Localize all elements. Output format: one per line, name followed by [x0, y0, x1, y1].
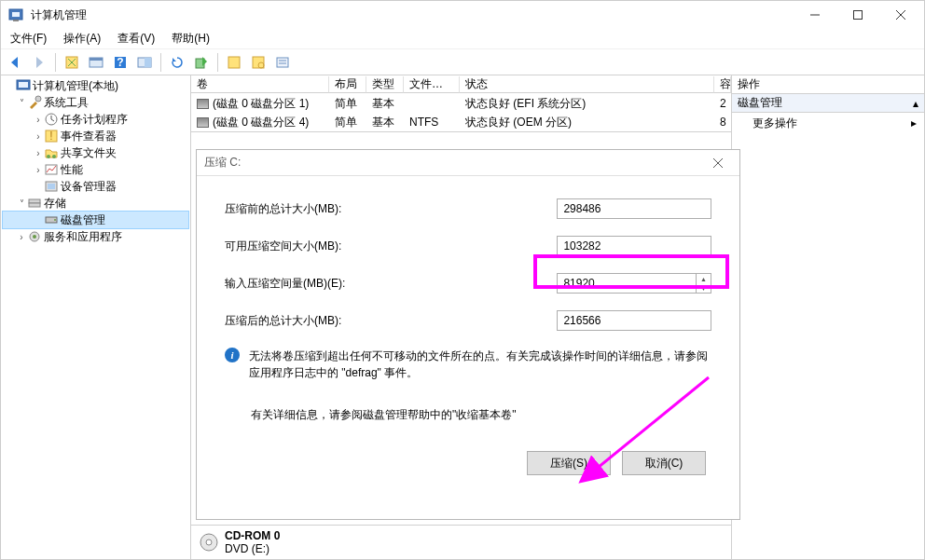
tool-icon-3[interactable]	[134, 52, 155, 73]
expander-icon[interactable]: ›	[33, 165, 44, 175]
grid-row[interactable]: (磁盘 0 磁盘分区 1) 简单 基本 状态良好 (EFI 系统分区) 2	[191, 94, 731, 113]
actions-more[interactable]: 更多操作 ▸	[732, 113, 924, 133]
shrink-dialog: 压缩 C: 压缩前的总计大小(MB): 298486 可用压缩空间大小(MB):…	[196, 149, 740, 520]
tree-device-manager[interactable]: 设备管理器	[3, 178, 188, 195]
tool-icon-4[interactable]	[191, 52, 212, 73]
tool-icon-1[interactable]	[62, 52, 82, 73]
tree-label: 存储	[44, 196, 66, 212]
close-button[interactable]	[879, 1, 922, 29]
svg-rect-31	[48, 184, 55, 189]
svg-point-23	[35, 96, 41, 102]
tree-system-tools[interactable]: ˅ 系统工具	[3, 94, 188, 111]
svg-point-39	[206, 540, 212, 545]
app-icon	[8, 7, 23, 22]
device-icon	[44, 179, 59, 194]
svg-text:!: !	[49, 130, 52, 143]
tree-performance[interactable]: › 性能	[3, 161, 188, 178]
toolbar: ?	[1, 49, 924, 75]
col-filesystem[interactable]: 文件系统	[404, 76, 460, 93]
tree-label: 设备管理器	[61, 179, 117, 195]
col-capacity[interactable]: 容	[714, 76, 731, 93]
col-layout[interactable]: 布局	[329, 76, 366, 93]
refresh-button[interactable]	[167, 52, 187, 73]
volume-icon	[197, 117, 209, 128]
actions-title: 操作	[732, 75, 924, 94]
tree-label: 计算机管理(本地)	[33, 78, 118, 94]
svg-point-27	[47, 155, 50, 158]
menu-action[interactable]: 操作(A)	[60, 29, 104, 48]
tree-event-viewer[interactable]: › ! 事件查看器	[3, 128, 188, 144]
menu-help[interactable]: 帮助(H)	[168, 29, 214, 48]
expander-icon[interactable]: ˅	[16, 198, 27, 209]
expander-icon[interactable]: ˅	[16, 98, 27, 108]
actions-more-label: 更多操作	[752, 116, 797, 131]
value-total-before: 298486	[563, 202, 601, 215]
maximize-button[interactable]	[836, 1, 879, 29]
spin-up-icon[interactable]: ▲	[697, 274, 711, 283]
disk-icon	[44, 212, 59, 227]
dialog-close-button[interactable]	[704, 153, 732, 173]
cancel-button[interactable]: 取消(C)	[622, 451, 706, 475]
services-icon	[27, 229, 42, 244]
field-shrink-amount[interactable]: 81920 ▲▼	[557, 273, 711, 294]
volume-icon	[197, 99, 209, 109]
spin-down-icon[interactable]: ▼	[697, 283, 711, 293]
tree-shared-folders[interactable]: › 共享文件夹	[3, 144, 188, 161]
grid-row[interactable]: (磁盘 0 磁盘分区 4) 简单 基本 NTFS 状态良好 (OEM 分区) 8	[191, 113, 731, 131]
expander-icon[interactable]: ›	[33, 148, 44, 158]
tool-icon-6[interactable]	[248, 52, 269, 73]
tree-label: 服务和应用程序	[44, 229, 122, 245]
actions-section[interactable]: 磁盘管理 ▴	[732, 94, 924, 113]
actions-panel: 操作 磁盘管理 ▴ 更多操作 ▸	[732, 75, 924, 559]
tree-disk-management[interactable]: 磁盘管理	[3, 212, 188, 228]
help-button[interactable]: ?	[110, 52, 131, 73]
minimize-button[interactable]	[794, 1, 836, 29]
svg-rect-4	[854, 11, 863, 20]
svg-text:?: ?	[117, 56, 123, 69]
expander-icon[interactable]: ›	[16, 232, 27, 242]
cell-state: 状态良好 (OEM 分区)	[460, 115, 714, 130]
tool-icon-5[interactable]	[224, 52, 244, 73]
cdrom-icon	[199, 532, 219, 553]
shrink-button[interactable]: 压缩(S)	[527, 451, 611, 475]
tree-label: 任务计划程序	[61, 112, 128, 128]
cell-layout: 简单	[329, 115, 366, 130]
forward-button[interactable]	[29, 52, 49, 73]
expander-icon[interactable]: ›	[33, 131, 44, 142]
device-name: CD-ROM 0	[225, 529, 280, 542]
tree-storage[interactable]: ˅ 存储	[3, 195, 188, 212]
back-button[interactable]	[5, 52, 25, 73]
svg-rect-33	[29, 203, 40, 207]
clock-icon	[44, 112, 59, 127]
cell-type: 基本	[366, 115, 404, 130]
field-available: 103282	[557, 236, 711, 256]
tree-services[interactable]: › 服务和应用程序	[3, 228, 188, 245]
tree-panel[interactable]: 计算机管理(本地) ˅ 系统工具 › 任务计划程序 › ! 事件查看器 › 共享…	[1, 75, 191, 559]
expander-icon[interactable]: ›	[33, 115, 44, 125]
tool-icon-2[interactable]	[86, 52, 106, 73]
col-type[interactable]: 类型	[366, 76, 404, 93]
menu-view[interactable]: 查看(V)	[114, 29, 159, 48]
svg-rect-18	[277, 58, 288, 67]
tool-icon-7[interactable]	[272, 52, 293, 73]
svg-point-35	[54, 219, 56, 221]
tree-task-scheduler[interactable]: › 任务计划程序	[3, 111, 188, 128]
col-state[interactable]: 状态	[460, 76, 714, 93]
device-row[interactable]: CD-ROM 0 DVD (E:)	[199, 529, 724, 555]
menu-file[interactable]: 文件(F)	[7, 29, 50, 48]
volume-grid[interactable]: 卷 布局 类型 文件系统 状态 容 (磁盘 0 磁盘分区 1) 简单 基本 状态…	[191, 75, 731, 132]
col-volume[interactable]: 卷	[191, 76, 329, 93]
tree-label: 事件查看器	[61, 129, 117, 144]
cell-layout: 简单	[329, 96, 366, 112]
perf-icon	[44, 162, 59, 177]
label-total-after: 压缩后的总计大小(MB):	[225, 313, 557, 329]
field-total-before: 298486	[557, 198, 711, 219]
tree-root[interactable]: 计算机管理(本地)	[3, 77, 188, 94]
svg-rect-2	[13, 20, 19, 21]
submenu-icon: ▸	[911, 116, 917, 130]
spinner-buttons[interactable]: ▲▼	[696, 274, 711, 293]
svg-rect-22	[19, 82, 28, 88]
label-shrink-amount: 输入压缩空间量(MB)(E):	[225, 276, 557, 292]
disk-graphical-view[interactable]: CD-ROM 0 DVD (E:)	[191, 526, 731, 559]
grid-header[interactable]: 卷 布局 类型 文件系统 状态 容	[191, 75, 731, 94]
